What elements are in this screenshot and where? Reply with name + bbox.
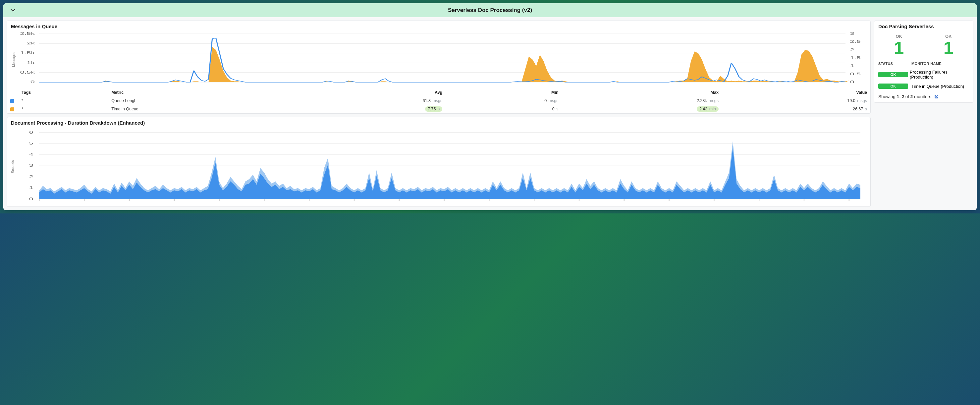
external-link-icon[interactable] — [934, 94, 939, 99]
th-metric: Metric — [108, 88, 297, 97]
dashboard-frame: Serverless Doc Processing (v2) Messages … — [3, 3, 977, 210]
svg-text:2.5: 2.5 — [850, 40, 861, 44]
th-avg: Avg — [297, 88, 445, 97]
chart1-plot[interactable]: 00.5k1k1.5k2k2.5k00.511.522.53 — [10, 32, 868, 88]
svg-text:0: 0 — [29, 197, 33, 201]
svg-text:3: 3 — [29, 164, 33, 168]
svg-text:4: 4 — [29, 153, 33, 157]
svg-text:6: 6 — [29, 130, 33, 134]
chart1-title: Messages in Queue — [7, 21, 870, 30]
svg-text:1: 1 — [850, 64, 854, 68]
chart2-y-label: Seconds — [11, 160, 14, 173]
svg-text:0: 0 — [30, 80, 35, 84]
card-monitors: Doc Parsing Serverless OK 1 OK 1 STATUS … — [874, 21, 974, 103]
th-status: STATUS — [878, 62, 912, 65]
showing-summary: Showing 1–2 of 2 monitors — [874, 91, 973, 102]
svg-text:1.5k: 1.5k — [20, 51, 35, 55]
svg-text:1.5: 1.5 — [850, 56, 861, 60]
monitor-name: Processing Failures (Production) — [910, 70, 969, 80]
svg-text:0.5k: 0.5k — [20, 70, 35, 75]
legend-row[interactable]: *Queue Lenght61.8 msgs0 msgs2.28k msgs19… — [7, 97, 870, 105]
legend-row[interactable]: *Time in Queue7.75 s0 s2.43 min26.67 s — [7, 105, 870, 113]
chart1-legend-table: Tags Metric Avg Min Max Value *Queue Len… — [7, 88, 870, 113]
status-badge: OK — [878, 72, 908, 77]
svg-text:3: 3 — [850, 32, 854, 35]
card-messages-in-queue: Messages in Queue Messages 00.5k1k1.5k2k… — [6, 21, 871, 114]
th-max: Max — [562, 88, 722, 97]
side-title: Doc Parsing Serverless — [874, 21, 973, 30]
chart2-plot[interactable]: 0123456 — [10, 128, 868, 204]
card-duration-breakdown: Document Processing - Duration Breakdown… — [6, 117, 871, 207]
dashboard-title: Serverless Doc Processing (v2) — [448, 7, 532, 14]
th-min: Min — [445, 88, 562, 97]
svg-text:2: 2 — [29, 175, 33, 179]
svg-text:2.5k: 2.5k — [20, 32, 35, 35]
collapse-chevron-icon[interactable] — [9, 6, 17, 14]
th-tags: Tags — [18, 88, 108, 97]
ok-count-1: 1 — [874, 39, 924, 57]
ok-count-2: 1 — [924, 39, 974, 57]
svg-text:1k: 1k — [27, 61, 35, 65]
monitor-name: Time in Queue (Production) — [912, 84, 964, 89]
th-monitor-name: MONITOR NAME — [912, 62, 942, 65]
svg-text:2: 2 — [850, 48, 854, 52]
chart1-y1-label: Messages — [12, 52, 16, 67]
titlebar: Serverless Doc Processing (v2) — [3, 3, 977, 17]
svg-text:2k: 2k — [27, 41, 35, 45]
monitor-list-header: STATUS MONITOR NAME — [874, 59, 973, 68]
ok-summary-row: OK 1 OK 1 — [874, 30, 973, 59]
chart2-title: Document Processing - Duration Breakdown… — [7, 117, 870, 127]
ok-cell-2[interactable]: OK 1 — [924, 30, 974, 59]
monitor-row[interactable]: OKTime in Queue (Production) — [874, 81, 973, 91]
th-value: Value — [722, 88, 870, 97]
svg-text:0.5: 0.5 — [850, 72, 861, 76]
status-badge: OK — [878, 83, 908, 89]
svg-text:1: 1 — [29, 186, 33, 190]
svg-text:0: 0 — [850, 80, 854, 84]
ok-cell-1[interactable]: OK 1 — [874, 30, 924, 59]
content-area: Messages in Queue Messages 00.5k1k1.5k2k… — [3, 17, 977, 210]
monitor-row[interactable]: OKProcessing Failures (Production) — [874, 68, 973, 81]
svg-text:5: 5 — [29, 142, 33, 145]
